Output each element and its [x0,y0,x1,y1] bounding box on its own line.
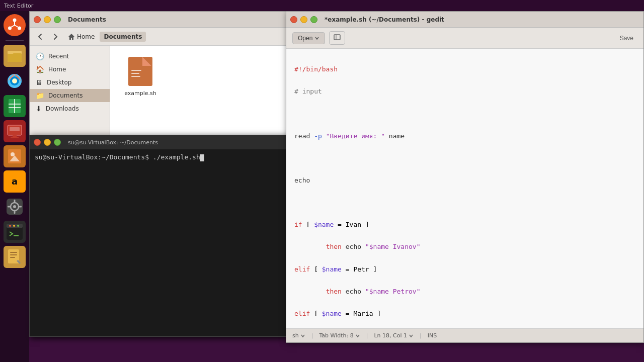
svg-point-37 [13,225,15,227]
sidebar-item-downloads[interactable]: ⬇ Downloads [30,102,110,115]
gedit-close-button[interactable] [290,16,297,23]
gedit-window: *example.sh (~/Documents) - gedit Open S… [286,11,644,343]
svg-rect-31 [14,211,16,214]
sidebar-item-home[interactable]: 🏠 Home [30,63,110,76]
gedit-save-button[interactable]: Save [616,33,637,44]
term-close-button[interactable] [34,139,41,146]
gedit-editor-area[interactable]: #!/bin/bash # input read -p "Введите имя… [286,49,643,328]
svg-rect-42 [10,254,17,255]
svg-rect-41 [10,252,17,253]
terminal-dock-icon[interactable] [4,221,26,243]
shell-file-icon [127,56,153,87]
sidebar-item-recent[interactable]: 🕐 Recent [30,50,110,63]
term-minimize-button[interactable] [44,139,51,146]
terminal-title: su@su-VirtualBox: ~/Documents [68,139,158,146]
position-dropdown-icon [409,333,414,338]
sidebar-downloads-label: Downloads [46,105,79,112]
statusbar-sep2: | [366,332,368,339]
fm-titlebar: Documents [30,12,286,28]
fm-title: Documents [68,16,106,23]
file-name-label: example.sh [124,90,156,97]
language-selector[interactable]: sh [292,332,305,339]
impress-dock-icon[interactable] [4,120,26,142]
code-line-2: # input [294,86,635,97]
gedit-statusbar: sh | Tab Width: 8 | Ln 18, Col 1 | INS [286,328,643,342]
recent-icon: 🕐 [36,52,44,60]
home-icon: 🏠 [36,65,44,73]
code-line-5 [294,153,635,164]
system-tools-dock-icon[interactable] [4,196,26,218]
downloads-icon: ⬇ [36,105,42,113]
firefox-dock-icon[interactable] [4,70,26,92]
tab-width-selector[interactable]: Tab Width: 8 [319,332,360,339]
code-line-3 [294,108,635,119]
text-editor-dock-icon[interactable] [4,246,26,268]
svg-point-29 [13,205,16,208]
code-line-4: read -p "Введите имя: " name [294,131,635,142]
sidebar-documents-label: Documents [48,92,83,99]
position-selector[interactable]: Ln 18, Col 1 [374,332,414,339]
sidebar-item-documents[interactable]: 📁 Documents [30,89,110,102]
taskbar: Text Editor [0,0,644,11]
svg-rect-20 [11,137,19,138]
language-dropdown-icon [300,333,305,338]
application-dock: a [0,11,29,362]
gedit-title: *example.sh (~/Documents) - gedit [325,16,444,23]
svg-point-23 [11,152,15,156]
gedit-open-button[interactable]: Open [292,32,325,44]
dock-separator [6,40,24,41]
sidebar-recent-label: Recent [48,53,69,60]
svg-rect-43 [10,257,15,258]
insert-mode-label: INS [428,332,437,339]
sidebar-home-label: Home [48,66,66,73]
files-dock-icon[interactable] [4,45,26,67]
gedit-save-label: Save [620,35,633,42]
svg-rect-9 [8,51,14,54]
calc-dock-icon[interactable] [4,95,26,117]
fm-minimize-button[interactable] [44,16,51,23]
svg-rect-47 [131,76,140,77]
open-dropdown-icon [314,36,319,41]
code-editor[interactable]: #!/bin/bash # input read -p "Введите имя… [286,49,643,328]
statusbar-sep1: | [311,332,313,339]
statusbar-sep3: | [420,332,422,339]
code-line-1: #!/bin/bash [294,64,635,75]
breadcrumb: Home Documents [64,32,282,42]
svg-rect-46 [131,73,139,74]
file-item-example-sh[interactable]: example.sh [120,56,160,97]
draw-dock-icon[interactable] [4,145,26,167]
code-line-12: elif [ $name = Maria ] [294,308,635,319]
code-line-8: if [ $name = Ivan ] [294,219,635,230]
svg-rect-21 [10,127,20,131]
svg-rect-32 [8,206,11,208]
svg-point-36 [9,225,11,227]
amazon-dock-icon[interactable]: a [4,170,26,193]
gedit-open-label: Open [298,35,312,42]
language-label: sh [292,332,299,339]
svg-rect-45 [131,70,141,71]
code-line-10: elif [ $name = Petr ] [294,264,635,275]
ubuntu-logo-icon[interactable] [4,14,26,36]
taskbar-label: Text Editor [4,3,33,9]
fm-forward-button[interactable] [49,30,62,43]
fm-close-button[interactable] [34,16,41,23]
gedit-maximize-button[interactable] [310,16,317,23]
breadcrumb-home[interactable]: Home [64,32,99,42]
terminal-command: ./example.sh [149,153,200,161]
documents-icon: 📁 [36,92,44,100]
svg-rect-19 [13,135,17,137]
code-line-11: then echo "$name Petrov" [294,286,635,297]
fm-maximize-button[interactable] [54,16,61,23]
term-maximize-button[interactable] [54,139,61,146]
sidebar-item-desktop[interactable]: 🖥 Desktop [30,76,110,89]
tabwidth-dropdown-icon [355,333,360,338]
gedit-minimize-button[interactable] [300,16,307,23]
fm-back-button[interactable] [34,30,47,43]
breadcrumb-documents[interactable]: Documents [100,32,146,42]
gedit-view-button[interactable] [329,31,345,45]
view-icon [334,34,341,41]
gedit-titlebar: *example.sh (~/Documents) - gedit [286,12,643,28]
svg-rect-44 [128,57,152,86]
breadcrumb-documents-label: Documents [104,33,142,40]
code-line-6: echo [294,175,635,186]
